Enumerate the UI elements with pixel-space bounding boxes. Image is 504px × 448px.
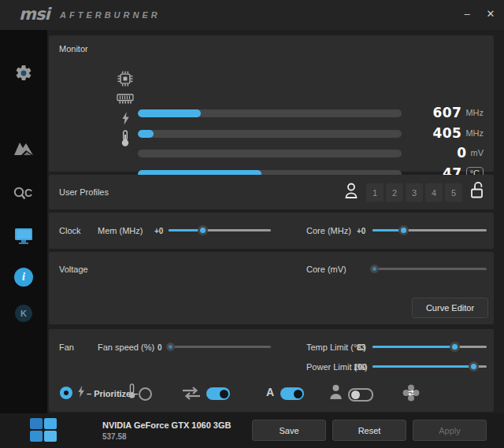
prioritize-temp-radio[interactable] [139,387,152,401]
mem-slider-thumb[interactable] [198,225,208,235]
user-profiles-title: User Profiles [59,187,109,197]
monitor-panel: Monitor 607 MHz 405 MHz 0 [49,35,494,172]
prioritize-bolt-icon [77,385,85,402]
footer-bar: NVIDIA GeForce GTX 1060 3GB 537.58 Save … [0,413,504,448]
fan-icon [402,383,421,405]
core-clock-value: 607 MHz [432,105,484,120]
gear-icon [14,64,33,86]
title-bar: msi AFTERBURNER – ✕ [0,0,504,30]
user-interface-toggle[interactable] [348,388,373,402]
curve-editor-button[interactable]: Curve Editor [412,298,488,318]
profile-controls: 1 2 3 4 5 [343,181,484,204]
fan-speed-thumb[interactable] [166,342,175,351]
core-clock-number: 607 [432,105,461,120]
sidebar-item-information[interactable]: i [0,263,47,291]
profile-lock-button[interactable] [469,181,484,204]
sidebar-item-settings[interactable] [0,61,47,89]
power-limit-value: 100 [354,363,367,372]
fan-title: Fan [59,342,74,352]
core-clock-bar [138,109,402,117]
core-clock-unit: MHz [465,108,484,117]
app-title: AFTERBURNER [60,10,161,20]
power-limit-thumb[interactable] [469,361,479,372]
sidebar-item-oc-scanner[interactable]: C [0,181,47,209]
info-icon: i [14,268,33,287]
clock-panel: Clock Mem (MHz) +0 Core (MHz) +0 [49,213,494,249]
sync-arrows-icon [181,387,202,403]
gpu-chip-icon [117,71,134,87]
auto-startup-icon: A [266,386,274,398]
sidebar-item-kombustor[interactable]: K [0,299,47,328]
monitor-icon [13,227,35,249]
oc-scanner-icon: C [13,185,35,205]
memory-clock-unit: MHz [465,128,484,138]
fan-speed-label: Fan speed (%) [98,342,154,352]
voltage-slider-track[interactable] [372,268,487,270]
sidebar: C i K [0,30,47,413]
fan-speed-value: 0 [158,343,162,352]
oc-letter: C [24,187,32,199]
auto-startup-toggle-knob [294,390,302,398]
temp-limit-fill [372,346,454,348]
profile-slot-3[interactable]: 3 [406,183,423,202]
windows-logo-icon[interactable] [30,418,57,442]
core-voltage-bar [138,150,402,157]
memory-clock-bar-fill [138,130,154,138]
driver-version: 537.58 [102,432,127,441]
mem-clock-slider[interactable] [169,225,271,235]
profile-slot-1[interactable]: 1 [366,183,384,202]
dragon-wing-icon [13,140,35,161]
user-interface-toggle-knob [351,391,360,399]
core-clock-offset: +0 [357,227,365,235]
profile-slot-5[interactable]: 5 [445,183,462,202]
voltage-panel: Voltage Core (mV) Curve Editor [49,252,494,324]
sidebar-item-msi-gaming[interactable] [0,136,47,165]
auto-startup-toggle[interactable] [280,387,304,400]
core-slider-thumb[interactable] [398,225,409,235]
minimize-button[interactable]: – [458,5,476,22]
unlock-icon [469,181,484,204]
msi-logo: msi [19,5,50,24]
monitor-title: Monitor [59,44,88,54]
core-voltage-label: Core (mV) [306,265,346,274]
kombustor-icon: K [15,305,32,322]
temp-limit-thumb[interactable] [450,342,460,352]
profile-slot-4[interactable]: 4 [425,183,443,202]
msi-afterburner-window: msi AFTERBURNER – ✕ C i [0,0,504,448]
user-profiles-panel: User Profiles 1 2 3 4 5 [49,175,494,209]
core-clock-bar-fill [138,109,201,117]
voltage-bolt-icon [117,112,134,125]
prioritize-power-radio[interactable] [60,387,72,399]
mem-clock-label: Mem (MHz) [98,226,143,235]
power-limit-fill [372,365,473,368]
save-button[interactable]: Save [252,420,326,441]
sync-toggle-knob [220,390,228,398]
core-voltage-value: 0 mV [457,145,484,161]
fan-panel: Fan Fan speed (%) 0 Temp Limit (°C) 83 P… [49,329,494,412]
close-button[interactable]: ✕ [482,5,499,22]
temp-limit-slider[interactable] [372,342,487,352]
core-clock-slider[interactable] [372,225,487,235]
core-voltage-number: 0 [457,145,466,161]
core-clock-label: Core (MHz) [306,226,351,235]
user-icon [343,181,359,203]
clock-title: Clock [59,226,81,235]
temp-limit-value: 83 [357,343,365,352]
gpu-name: NVIDIA GeForce GTX 1060 3GB [102,420,231,430]
fan-speed-track[interactable] [169,346,271,348]
sync-toggle[interactable] [206,387,230,400]
voltage-slider-thumb[interactable] [370,265,379,273]
fan-speed-slider[interactable] [169,342,271,352]
reset-button[interactable]: Reset [332,420,406,441]
memory-clock-bar [138,130,402,138]
profile-user-button[interactable] [343,181,359,203]
core-voltage-slider[interactable] [372,264,487,274]
memory-ram-icon [117,93,134,105]
profile-slot-2[interactable]: 2 [386,183,403,202]
power-limit-slider[interactable] [372,361,487,372]
prioritize-thermometer-icon [128,383,136,402]
mem-clock-offset: +0 [154,227,163,235]
apply-button[interactable]: Apply [413,420,487,441]
memory-clock-value: 405 MHz [432,125,484,141]
sidebar-item-monitoring[interactable] [0,224,47,252]
